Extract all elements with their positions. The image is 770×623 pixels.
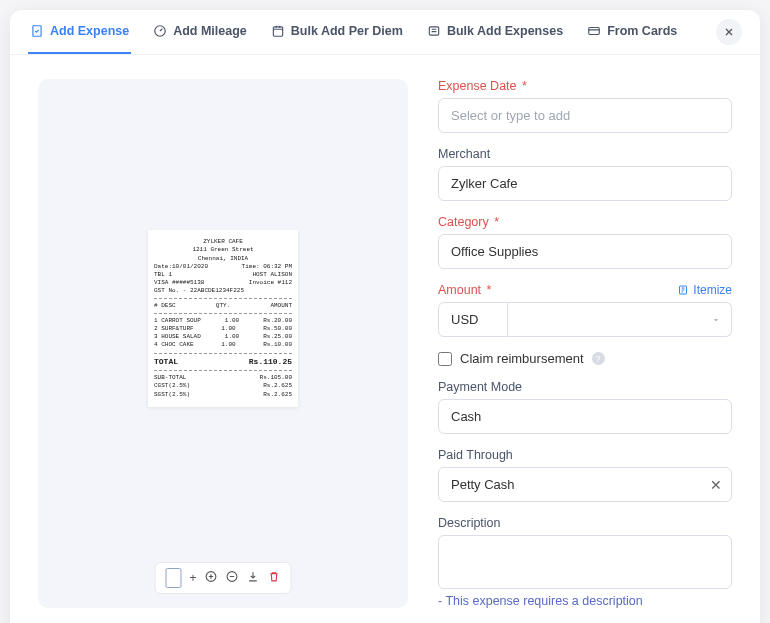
- list-icon: [427, 24, 441, 38]
- expense-modal: Add Expense Add Mileage Bulk Add Per Die…: [10, 10, 760, 623]
- help-icon[interactable]: ?: [592, 352, 605, 365]
- tab-bulk-expenses[interactable]: Bulk Add Expenses: [425, 10, 565, 54]
- itemize-link[interactable]: Itemize: [677, 283, 732, 297]
- receipt-preview-panel: ZYLKER CAFE 1211 Green Street Chennai, I…: [38, 79, 408, 608]
- amount-input[interactable]: [508, 302, 732, 337]
- svg-rect-4: [589, 28, 600, 35]
- gauge-icon: [153, 24, 167, 38]
- merchant-input[interactable]: [438, 166, 732, 201]
- receipt-check-icon: [30, 24, 44, 38]
- add-page-button[interactable]: +: [189, 571, 196, 585]
- paid-through-input[interactable]: [438, 467, 732, 502]
- payment-mode-label: Payment Mode: [438, 380, 732, 394]
- payment-mode-input[interactable]: [438, 399, 732, 434]
- expense-date-label: Expense Date *: [438, 79, 732, 93]
- tab-bulk-per-diem[interactable]: Bulk Add Per Diem: [269, 10, 405, 54]
- description-label: Description: [438, 516, 732, 530]
- page-thumb-icon[interactable]: [165, 568, 181, 588]
- expense-form: Expense Date * Merchant Category * Amoun…: [438, 79, 732, 608]
- tab-label: Add Expense: [50, 24, 129, 38]
- close-icon: [723, 26, 735, 38]
- tab-from-cards[interactable]: From Cards: [585, 10, 679, 54]
- zoom-out-button[interactable]: [226, 570, 239, 586]
- delete-button[interactable]: [268, 570, 281, 586]
- description-input[interactable]: [438, 535, 732, 589]
- calendar-icon: [271, 24, 285, 38]
- description-note: - This expense requires a description: [438, 594, 732, 608]
- receipt-image: ZYLKER CAFE 1211 Green Street Chennai, I…: [148, 230, 298, 406]
- category-input[interactable]: [438, 234, 732, 269]
- paid-through-label: Paid Through: [438, 448, 732, 462]
- close-button[interactable]: [716, 19, 742, 45]
- claim-reimbursement-checkbox[interactable]: [438, 352, 452, 366]
- zoom-in-button[interactable]: [205, 570, 218, 586]
- merchant-label: Merchant: [438, 147, 732, 161]
- download-button[interactable]: [247, 570, 260, 586]
- tabs: Add Expense Add Mileage Bulk Add Per Die…: [10, 10, 760, 55]
- expense-date-input[interactable]: [438, 98, 732, 133]
- tab-add-expense[interactable]: Add Expense: [28, 10, 131, 54]
- tab-label: Bulk Add Expenses: [447, 24, 563, 38]
- clear-paid-through-button[interactable]: ✕: [710, 477, 722, 493]
- card-icon: [587, 24, 601, 38]
- tab-add-mileage[interactable]: Add Mileage: [151, 10, 249, 54]
- itemize-icon: [677, 284, 689, 296]
- amount-label: Amount * Itemize: [438, 283, 732, 297]
- svg-rect-2: [273, 27, 282, 36]
- currency-select[interactable]: USD: [438, 302, 508, 337]
- chevron-down-icon: [711, 315, 721, 325]
- tab-label: From Cards: [607, 24, 677, 38]
- category-label: Category *: [438, 215, 732, 229]
- receipt-toolbar: +: [154, 562, 291, 594]
- tab-label: Add Mileage: [173, 24, 247, 38]
- tab-label: Bulk Add Per Diem: [291, 24, 403, 38]
- claim-label: Claim reimbursement: [460, 351, 584, 366]
